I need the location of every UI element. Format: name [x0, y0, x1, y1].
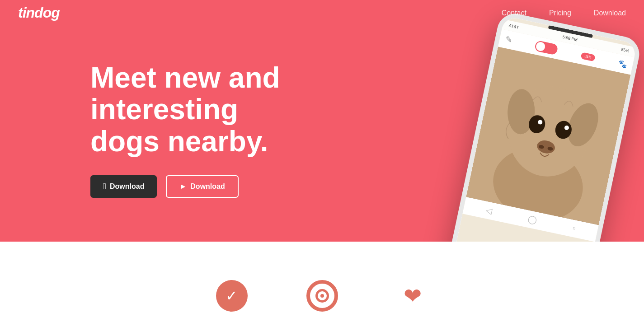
- phone-toggle[interactable]: [534, 40, 559, 56]
- hero-title: Meet new and interesting dogs nearby.: [90, 62, 307, 157]
- google-download-button[interactable]: ► Download: [166, 175, 238, 198]
- nav-download[interactable]: Download: [594, 9, 626, 17]
- heart-icon-container: ❤: [395, 278, 431, 314]
- phone-time: 5:58 PM: [562, 35, 578, 42]
- phone-mockup-container: AT&T 5:58 PM 55% ✎ J&K 🐾: [418, 9, 644, 242]
- phone-battery: 55%: [621, 47, 630, 53]
- phone-back-icon: ◁: [485, 205, 493, 216]
- phone-dog-image: [466, 47, 630, 225]
- phone-paw-icon: 🐾: [617, 59, 628, 69]
- feature-heart: ❤: [395, 278, 431, 314]
- hero-content: Meet new and interesting dogs nearby.  …: [0, 17, 325, 225]
- target-dot: [320, 294, 324, 298]
- nav-pricing[interactable]: Pricing: [549, 9, 571, 17]
- apple-download-label: Download: [110, 182, 144, 191]
- target-icon: [306, 280, 338, 312]
- hero-buttons:  Download ► Download: [90, 175, 307, 198]
- check-icon-container: ✓: [214, 278, 250, 314]
- phone-menu-icon: ▫: [572, 224, 577, 234]
- nav-contact[interactable]: Contact: [502, 9, 526, 17]
- navbar: tindog Contact Pricing Download: [0, 0, 644, 26]
- phone-screen: AT&T 5:58 PM 55% ✎ J&K 🐾: [452, 16, 637, 242]
- apple-download-button[interactable]:  Download: [90, 175, 157, 198]
- phone-home-icon: ◯: [527, 214, 538, 226]
- google-download-label: Download: [190, 182, 225, 191]
- phone-mockup: AT&T 5:58 PM 55% ✎ J&K 🐾: [447, 10, 643, 242]
- nav-links: Contact Pricing Download: [502, 9, 626, 17]
- google-play-icon: ►: [179, 182, 187, 191]
- target-inner-ring: [315, 289, 329, 303]
- feature-target: [304, 278, 340, 314]
- hero-section: Meet new and interesting dogs nearby.  …: [0, 0, 644, 242]
- phone-profile-icon: ✎: [504, 34, 513, 46]
- features-section: ✓ ❤: [0, 242, 644, 332]
- feature-check: ✓: [214, 278, 250, 314]
- apple-icon: : [103, 182, 106, 191]
- phone-tag: J&K: [580, 52, 595, 61]
- site-logo[interactable]: tindog: [18, 5, 60, 21]
- heart-icon: ❤: [397, 280, 428, 312]
- phone-toggle-knob: [536, 41, 546, 52]
- check-icon: ✓: [216, 280, 248, 312]
- target-icon-container: [304, 278, 340, 314]
